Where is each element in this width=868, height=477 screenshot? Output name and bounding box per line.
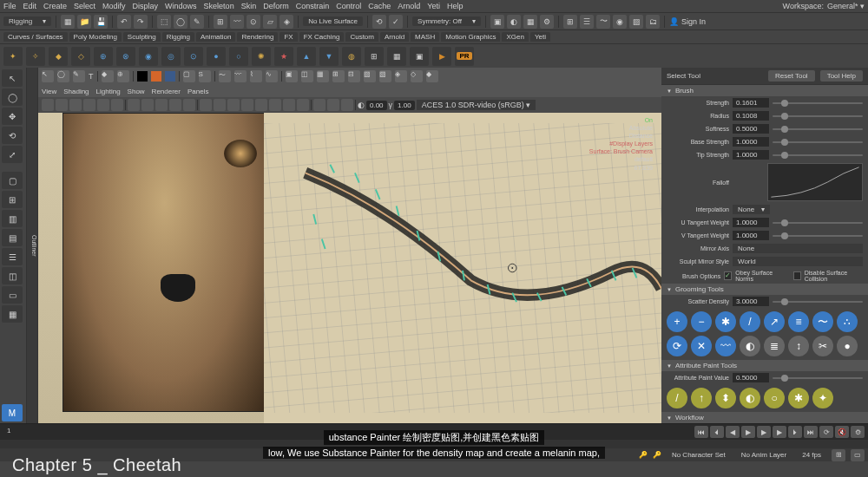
lasso-icon[interactable]: ◯ <box>174 15 187 29</box>
tip-strength-slider[interactable] <box>773 154 863 156</box>
layout-preset-icon[interactable]: ▤ <box>2 229 23 246</box>
rotate-tool-icon[interactable]: ⟲ <box>2 127 23 144</box>
tab-rendering[interactable]: Rendering <box>237 32 278 42</box>
scale-tool-icon[interactable]: ⤢ <box>2 146 23 163</box>
select-tool-icon[interactable]: ↖ <box>2 69 23 87</box>
vpm-renderer[interactable]: Renderer <box>152 88 181 95</box>
vpm-panels[interactable]: Panels <box>187 88 208 95</box>
menu-constrain[interactable]: Constrain <box>296 2 330 10</box>
vp-b6-icon[interactable]: ▨ <box>364 70 376 82</box>
strength-slider[interactable] <box>773 102 863 104</box>
symmetry-dropdown[interactable]: Symmetry: Off ▾ <box>412 16 481 26</box>
layout-script-icon[interactable]: ▭ <box>2 286 23 304</box>
menu-windows[interactable]: Windows <box>165 2 197 10</box>
vp-curve4-icon[interactable]: ∿ <box>266 70 278 82</box>
char-set-dropdown[interactable]: No Character Set <box>667 450 731 460</box>
tab-rigging[interactable]: Rigging <box>162 32 194 42</box>
vpi-11-icon[interactable] <box>183 99 195 111</box>
groom-add-icon[interactable]: + <box>667 311 687 332</box>
vpi-15-icon[interactable] <box>241 99 253 111</box>
vp-b1-icon[interactable]: ▣ <box>286 70 298 82</box>
groom-direction-icon[interactable]: ↗ <box>764 311 785 332</box>
color-blue-swatch[interactable] <box>165 71 175 82</box>
vpi-22-icon[interactable] <box>341 99 353 111</box>
vp-b9-icon[interactable]: ◇ <box>411 70 423 82</box>
attr-density-icon[interactable]: / <box>667 388 687 408</box>
section-attribute-paint[interactable]: Attribute Paint Tools <box>661 360 868 371</box>
section-workflow[interactable]: Workflow <box>661 412 868 423</box>
groom-length-icon[interactable]: ↕ <box>788 336 809 356</box>
shelf-icon-16[interactable]: ◍ <box>342 47 361 66</box>
step-back-icon[interactable]: ⏴ <box>710 426 724 438</box>
snap-point-icon[interactable]: ⊙ <box>247 15 260 29</box>
snap-curve-icon[interactable]: 〰 <box>230 15 244 29</box>
groom-fill-icon[interactable]: ● <box>837 336 858 356</box>
layout-persp-icon[interactable]: ◫ <box>2 267 23 284</box>
groom-mask-icon[interactable]: ◐ <box>740 336 760 356</box>
tip-strength-input[interactable]: 1.0000 <box>733 150 769 160</box>
groom-clump-icon[interactable]: ∴ <box>837 311 858 332</box>
new-scene-icon[interactable]: ▦ <box>61 15 75 29</box>
outliner-tab[interactable]: Outliner <box>26 68 38 423</box>
groom-straighten-icon[interactable]: ≡ <box>788 311 809 332</box>
utan-input[interactable]: 1.0000 <box>733 218 769 227</box>
key-fwd-icon[interactable]: ▶ <box>773 426 786 438</box>
tool-help-button[interactable]: Tool Help <box>820 70 863 82</box>
shelf-icon-1[interactable]: ✦ <box>3 47 23 66</box>
shelf-icon-6[interactable]: ⊗ <box>116 47 135 66</box>
go-start-icon[interactable]: ⏮ <box>694 426 708 438</box>
layout-four-icon[interactable]: ⊞ <box>2 191 23 208</box>
mute-icon[interactable]: 🔇 <box>835 426 849 438</box>
colorspace-dropdown[interactable]: ACES 1.0 SDR-video (sRGB) ▾ <box>417 100 536 110</box>
vpm-view[interactable]: View <box>42 88 56 95</box>
tab-custom[interactable]: Custom <box>345 32 378 42</box>
mode-dropdown[interactable]: Rigging ▾ <box>3 16 51 26</box>
groom-tangle-icon[interactable]: ✕ <box>691 336 712 356</box>
vp-tool1-icon[interactable]: ◆ <box>102 70 114 82</box>
attr-clump-icon[interactable]: ✱ <box>788 388 809 408</box>
falloff-curve[interactable] <box>767 163 863 201</box>
vpi-18-icon[interactable] <box>283 99 295 111</box>
vtan-slider[interactable] <box>773 235 863 237</box>
vp-b8-icon[interactable]: ◈ <box>395 70 407 82</box>
save-scene-icon[interactable]: 💾 <box>94 15 108 29</box>
vpi-19-icon[interactable] <box>297 99 309 111</box>
menu-edit[interactable]: Edit <box>23 2 37 10</box>
vpi-4-icon[interactable] <box>83 99 95 111</box>
layout-single-icon[interactable]: ▢ <box>2 172 23 189</box>
loop-icon[interactable]: ⟳ <box>819 426 833 438</box>
redo-icon[interactable]: ↷ <box>134 15 148 29</box>
select-icon[interactable]: ⬚ <box>157 15 171 29</box>
shelf-icon-2[interactable]: ✧ <box>26 47 45 66</box>
groom-twist-icon[interactable]: ⟳ <box>667 336 687 356</box>
vpi-8-icon[interactable] <box>141 99 154 111</box>
shelf-icon-11[interactable]: ○ <box>229 47 248 66</box>
scatter-slider[interactable] <box>773 301 863 303</box>
attr-length-icon[interactable]: ↑ <box>691 388 712 408</box>
tab-arnold[interactable]: Arnold <box>380 32 409 42</box>
tab-mash[interactable]: MASH <box>411 32 439 42</box>
ipr-icon[interactable]: ◐ <box>507 15 521 29</box>
vtan-input[interactable]: 1.0000 <box>733 231 769 240</box>
shelf-icon-12[interactable]: ✺ <box>252 47 271 66</box>
vp-b4-icon[interactable]: ⊞ <box>332 70 345 82</box>
vpi-9-icon[interactable] <box>155 99 168 111</box>
key-icon[interactable]: 🔑 <box>639 451 648 459</box>
groom-layer-icon[interactable]: ≣ <box>764 336 785 356</box>
viewport[interactable]: On Absolute Distance #Display Layers Sur… <box>38 113 661 423</box>
vp-b2-icon[interactable]: ◫ <box>301 70 313 82</box>
groom-smooth-icon[interactable]: 〜 <box>812 311 833 332</box>
menu-file[interactable]: File <box>3 2 16 10</box>
panel-layout-icon[interactable]: ⊞ <box>563 15 577 29</box>
layout-outliner-icon[interactable]: ☰ <box>2 248 23 265</box>
attr-baldness-icon[interactable]: ○ <box>764 388 785 408</box>
go-end-icon[interactable]: ⏭ <box>804 426 818 438</box>
groom-scatter-icon[interactable]: ✱ <box>715 311 736 332</box>
vp-b10-icon[interactable]: ◆ <box>426 70 438 82</box>
section-brush[interactable]: Brush <box>661 85 868 96</box>
vpi-12-icon[interactable] <box>200 99 212 111</box>
key-back-icon[interactable]: ◀ <box>726 426 740 438</box>
groom-wave-icon[interactable]: 〰 <box>715 336 736 356</box>
lasso-tool-icon[interactable]: ◯ <box>2 88 23 106</box>
strength-input[interactable]: 0.1601 <box>733 98 769 108</box>
